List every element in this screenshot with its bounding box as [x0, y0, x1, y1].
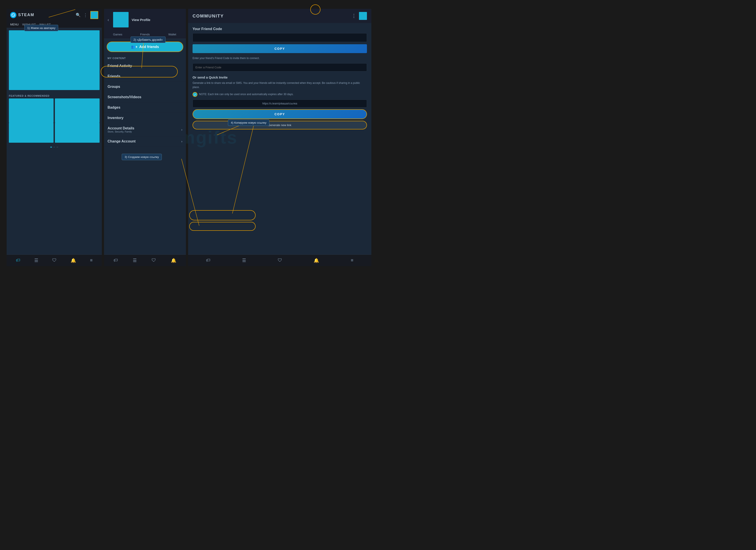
copy-friend-code-button[interactable]: COPY: [193, 44, 367, 53]
quick-invite-note: ✓ NOTE: Each link can only be used once …: [193, 92, 367, 97]
dot-2: [53, 147, 55, 148]
featured-item-1[interactable]: [9, 99, 54, 123]
menu-friend-activity-label: Friend Activity: [108, 64, 132, 68]
annotation-2: 2) «Добавить друзей»: [131, 37, 166, 43]
community-content: Your Friend Code COPY Enter your friend'…: [188, 23, 371, 255]
menu-friend-activity[interactable]: Friend Activity: [104, 61, 186, 71]
featured-item-4[interactable]: [55, 123, 100, 143]
dot-1: [50, 147, 52, 148]
check-icon: ✓: [193, 92, 197, 97]
bottom-nav-bell-icon[interactable]: 🔔: [71, 258, 76, 263]
community-avatar[interactable]: [359, 12, 367, 20]
menu-account-details-sub: Store, Security, Family: [108, 130, 134, 133]
hero-featured-image: [9, 30, 100, 90]
menu-change-account-arrow-icon: ›: [181, 140, 182, 143]
my-content-label: MY CONTENT: [104, 55, 186, 61]
featured-row-2: [7, 123, 102, 145]
annotation-1: 1) Жмем на аватарку: [24, 25, 58, 31]
bottom-nav-shield-icon[interactable]: 🛡: [52, 258, 57, 263]
user-avatar[interactable]: [90, 11, 98, 19]
featured-item-3[interactable]: [9, 123, 54, 143]
note-text-content: NOTE: Each link can only be used once an…: [199, 93, 293, 96]
nav-menu[interactable]: MENU: [10, 23, 19, 26]
profile-avatar: [113, 12, 129, 27]
bottom-nav-menu-icon[interactable]: ≡: [90, 258, 93, 263]
steam-logo: STEAM: [10, 12, 34, 18]
bottom-nav-r-shield-icon[interactable]: 🛡: [278, 258, 282, 263]
bottom-nav-r-menu-icon[interactable]: ≡: [351, 258, 353, 263]
bottom-nav-m-shield-icon[interactable]: 🛡: [152, 258, 156, 263]
steam-logo-text: STEAM: [18, 13, 34, 17]
menu-inventory-label: Inventory: [108, 116, 123, 120]
menu-screenshots-label: Screenshots/Videos: [108, 95, 141, 99]
menu-badges-label: Badges: [108, 106, 120, 110]
search-icon[interactable]: 🔍: [76, 13, 81, 17]
friend-code-hint: Enter your friend's Friend Code to invit…: [193, 56, 367, 60]
menu-account-details-content: Account Details Store, Security, Family: [108, 126, 134, 133]
bottom-nav-r-bell-icon[interactable]: 🔔: [314, 258, 319, 263]
back-button[interactable]: ‹: [108, 17, 109, 22]
bottom-nav-tag-icon[interactable]: 🏷: [16, 258, 20, 263]
menu-account-arrow-icon: ›: [181, 128, 182, 131]
profile-header: ‹ View Profile: [104, 9, 186, 31]
left-panel: STEAM 🔍 ⋮ MENU WISHLIST WALLET 1) Жмем н…: [7, 9, 102, 266]
bottom-nav-m-bell-icon[interactable]: 🔔: [171, 258, 176, 263]
bottom-nav-m-tag-icon[interactable]: 🏷: [114, 258, 118, 263]
bottom-nav-left: 🏷 ☰ 🛡 🔔 ≡: [7, 255, 102, 266]
bottom-nav-r-tag-icon[interactable]: 🏷: [206, 258, 210, 263]
menu-friends[interactable]: Friends: [104, 71, 186, 82]
steam-logo-icon: [10, 12, 16, 18]
bottom-nav-middle: 🏷 ☰ 🛡 🔔: [104, 255, 186, 266]
menu-groups[interactable]: Groups: [104, 82, 186, 92]
menu-account-details-label: Account Details: [108, 126, 134, 130]
bottom-nav-m-list-icon[interactable]: ☰: [133, 258, 137, 263]
friend-code-title: Your Friend Code: [193, 27, 367, 31]
bottom-nav-list-icon[interactable]: ☰: [34, 258, 38, 263]
quick-invite-link-box: https://s.team/p/ваша/ссылка: [193, 100, 367, 108]
steam-header: STEAM 🔍 ⋮: [7, 9, 102, 21]
menu-inventory[interactable]: Inventory: [104, 113, 186, 123]
community-header-right: ⋮: [351, 12, 367, 20]
menu-badges[interactable]: Badges: [104, 102, 186, 113]
tab-games[interactable]: Games: [104, 31, 131, 39]
add-friends-icon: 👥+: [131, 45, 137, 49]
friend-code-display: [193, 33, 367, 42]
menu-friends-label: Friends: [108, 74, 120, 78]
annotation-3: 3) Создаем новую ссылку: [122, 154, 162, 160]
menu-screenshots[interactable]: Screenshots/Videos: [104, 92, 186, 102]
progress-dots: [7, 145, 102, 149]
quick-invite-description: Generate a link to share via email or SM…: [193, 81, 367, 89]
add-friends-button[interactable]: 👥+ Add friends: [107, 42, 183, 52]
generate-new-link-button[interactable]: Generate new link: [193, 121, 367, 130]
menu-change-account-label: Change Account: [108, 139, 136, 143]
bottom-nav-r-list-icon[interactable]: ☰: [242, 258, 246, 263]
bottom-nav-right: 🏷 ☰ 🛡 🔔 ≡: [188, 255, 371, 266]
right-panel: COMMUNITY ⋮ Your Friend Code COPY Enter …: [188, 9, 371, 266]
copy-invite-link-button[interactable]: COPY: [193, 109, 367, 119]
view-profile-button[interactable]: View Profile: [132, 18, 182, 22]
featured-grid: [7, 99, 102, 123]
friend-code-input[interactable]: [193, 63, 367, 72]
more-options-icon[interactable]: ⋮: [83, 12, 88, 18]
community-title: COMMUNITY: [193, 14, 224, 19]
add-friends-label: Add friends: [139, 45, 159, 49]
menu-account-details[interactable]: Account Details Store, Security, Family …: [104, 123, 186, 136]
community-dots-icon[interactable]: ⋮: [351, 13, 356, 19]
featured-item-2[interactable]: [55, 99, 100, 123]
middle-panel: ‹ View Profile Games Friends Wallet 👥+ A…: [104, 9, 186, 266]
annotation-4: 4) Копируем новую ссылку: [228, 120, 269, 126]
dot-3: [56, 147, 58, 148]
quick-invite-title: Or send a Quick Invite: [193, 75, 367, 79]
community-header: COMMUNITY ⋮: [188, 9, 371, 23]
menu-change-account[interactable]: Change Account ›: [104, 136, 186, 147]
featured-label: FEATURED & RECOMMENDED: [7, 92, 102, 99]
menu-groups-label: Groups: [108, 85, 120, 89]
header-icons: 🔍 ⋮: [76, 11, 98, 19]
